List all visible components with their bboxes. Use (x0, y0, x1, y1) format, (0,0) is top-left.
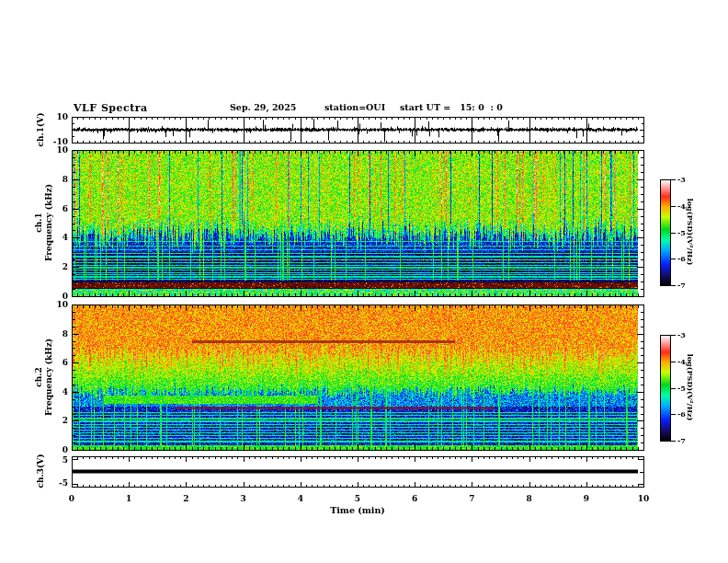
x-axis-label: Time (min) (330, 505, 385, 515)
date-label: Sep. 29, 2025 (230, 102, 296, 112)
x-tick-label-1: 1 (126, 494, 131, 503)
x-tick-label-7: 7 (469, 494, 474, 503)
x-tick-label-4: 4 (298, 494, 303, 503)
station-label: station=OUI (324, 102, 385, 112)
spec1-y-tick-4: 4 (63, 233, 68, 242)
page-title: VLF Spectra (74, 102, 148, 114)
vlf-spectra-figure: VLF Spectra Sep. 29, 2025 station=OUI st… (0, 0, 728, 563)
spec2-y-tick-6: 6 (63, 358, 68, 367)
ch1-axis-frequency: Frequency (kHz) (44, 184, 54, 261)
x-tick-label-8: 8 (526, 494, 531, 503)
spec1-y-tick-2: 2 (63, 262, 68, 271)
colorbar1-tick--7: -7 (677, 281, 686, 290)
colorbar2-tick--3: -3 (677, 330, 686, 339)
ch1-frequency-axis-label: ch.1 Frequency (kHz) (34, 184, 54, 261)
ch1-axis-channel: ch.1 (34, 184, 44, 261)
ch2-axis-channel: ch.2 (34, 339, 44, 416)
colorbar1-tick--3: -3 (677, 175, 686, 184)
x-tick-label-6: 6 (412, 494, 417, 503)
ch2-frequency-axis-label: ch.2 Frequency (kHz) (34, 339, 54, 416)
spec2-y-tick-4: 4 (63, 387, 68, 396)
x-tick-label-3: 3 (240, 494, 245, 503)
colorbar2-tick--7: -7 (677, 436, 686, 445)
colorbar1-tick--5: -5 (677, 228, 686, 237)
spec1-y-tick-6: 6 (63, 204, 68, 213)
colorbar2-tick--5: -5 (677, 384, 686, 393)
x-tick-label-0: 0 (69, 494, 74, 503)
ch2-axis-frequency: Frequency (kHz) (44, 339, 54, 416)
colorbar1-label: log(PSD)(V²/Hz) (686, 199, 695, 266)
spectra-plot-canvas (0, 0, 728, 563)
spec2-y-tick-2: 2 (63, 416, 68, 425)
spec1-y-tick-8: 8 (63, 175, 68, 184)
start-ut-label: start UT = 15: 0 : 0 (400, 102, 503, 112)
colorbar2-tick--4: -4 (677, 357, 686, 366)
spec2-y-tick-8: 8 (63, 329, 68, 339)
x-tick-label-5: 5 (355, 494, 360, 503)
colorbar2-label: log(PSD)(V²/Hz) (686, 354, 695, 421)
ch3-wave-tick-top: 5 (63, 455, 68, 465)
ch1-voltage-axis-label: ch.1(V) (36, 113, 46, 147)
x-tick-label-9: 9 (584, 494, 589, 503)
spec2-y-tick-10: 10 (56, 300, 68, 309)
x-tick-label-10: 10 (638, 494, 650, 503)
colorbar1-tick--6: -6 (677, 254, 686, 263)
ch3-wave-tick-bottom: -5 (59, 478, 68, 488)
ch1-wave-tick-top: 10 (56, 112, 68, 121)
x-tick-label-2: 2 (183, 494, 188, 503)
colorbar1-tick--4: -4 (677, 201, 686, 211)
colorbar2-tick--6: -6 (677, 409, 686, 419)
ch3-voltage-axis-label: ch.3(V) (36, 454, 46, 488)
spec2-y-tick-0: 0 (63, 445, 68, 454)
spec1-y-tick-10: 10 (56, 145, 68, 155)
